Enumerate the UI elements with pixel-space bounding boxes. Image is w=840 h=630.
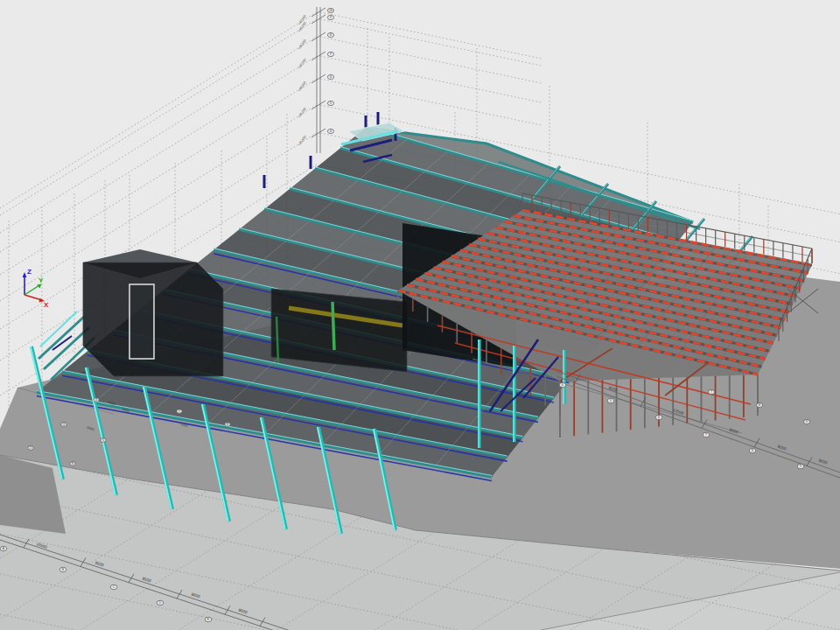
grid-bubble: 9 [803, 419, 809, 424]
grid-bubble: D [157, 600, 164, 605]
grid-bubble-label: 8 [330, 33, 332, 37]
grid-bubble: 9 [327, 15, 333, 19]
elevation-tick [312, 32, 326, 41]
grid-line-horizontal [320, 56, 542, 102]
elevation-label: +25.000 [298, 107, 307, 118]
orientation-triad: Z Y X [23, 268, 49, 309]
elevation-tick [312, 101, 326, 109]
grid-bubble: 9 [797, 464, 804, 468]
grid-bubble-label: 9 [806, 420, 808, 424]
grid-bubble: 7 [703, 432, 710, 437]
grid-bubble-label: 5 [610, 399, 612, 402]
grid-bubble-label: 3 [63, 423, 65, 426]
green-column [332, 302, 334, 350]
grid-bubble-label: 7 [178, 410, 180, 413]
grid-line-horizontal [320, 79, 542, 125]
grid-bubble: 8 [327, 32, 333, 37]
grid-bubble-label: 4 [95, 398, 97, 402]
grid-bubble: 10 [327, 8, 333, 12]
grid-bubble-label: 8 [759, 403, 760, 407]
grid-bubble-label: 5 [102, 438, 104, 442]
elevation-label: +21.500 [298, 135, 307, 146]
grid-bubble: 5 [101, 438, 106, 443]
y-axis-label: Y [38, 276, 44, 284]
grid-bubble-label: 5 [330, 102, 332, 105]
grid-bubble: E [205, 617, 212, 621]
grid-bubble-label: 2 [30, 446, 32, 450]
grid-bubble: 5 [607, 398, 614, 402]
grid-bubble-label: 9 [330, 16, 332, 19]
grid-bubble: C [110, 584, 117, 589]
grid-bubble-label: 4 [562, 383, 564, 387]
grid-bubble: 8 [749, 448, 756, 452]
glass-box-center [271, 289, 407, 372]
grid-line-horizontal [320, 37, 542, 83]
grid-bubble: 6 [655, 415, 662, 419]
elevation-tick [312, 8, 326, 17]
grid-bubble: 8 [756, 402, 762, 407]
z-axis-label: Z [27, 268, 32, 276]
elevation-label: +35.500 [298, 38, 307, 50]
grid-bubble: 8 [225, 423, 230, 427]
grid-line-diagonal [0, 19, 317, 215]
grid-bubble-label: 6 [72, 462, 74, 466]
grid-bubble-label: 8 [752, 449, 753, 452]
x-axis-label: X [44, 301, 49, 309]
grid-bubble: 5 [327, 101, 333, 105]
grid-bubble-label: 9 [800, 465, 802, 468]
grid-bubble-label: 4 [330, 130, 332, 133]
model-scene-canvas[interactable]: +42.50010+39.0009+35.5008+32.0007+28.500… [0, 0, 840, 630]
grid-bubble: 4 [327, 129, 333, 133]
grid-bubble: 4 [94, 398, 99, 402]
grid-line-horizontal [320, 19, 542, 66]
elevation-label: +28.500 [298, 80, 307, 92]
grid-bubble: A [0, 546, 7, 550]
z-axis-arrow [23, 272, 27, 277]
grid-bubble: 3 [61, 423, 66, 427]
elevation-tick [312, 74, 326, 83]
grid-bubble-label: 6 [658, 416, 660, 419]
grid-bubble-label: 7 [705, 433, 707, 437]
grid-bubble: 6 [70, 462, 75, 466]
grid-bubble: B [60, 567, 66, 571]
y-axis-line [24, 285, 39, 295]
grid-bubble: 4 [559, 382, 566, 387]
grid-bubble-label: 8 [227, 423, 228, 426]
x-axis-line [24, 295, 42, 300]
elevation-axis: +42.50010+39.0009+35.5008+32.0007+28.500… [298, 7, 334, 153]
grid-bubble: 2 [28, 446, 33, 451]
grid-bubble: 7 [708, 389, 714, 394]
model-viewport[interactable]: +42.50010+39.0009+35.5008+32.0007+28.500… [0, 0, 840, 630]
grid-bubble: 6 [327, 74, 333, 79]
elevation-tick [312, 52, 326, 60]
grid-bubble: 7 [327, 52, 333, 56]
grid-bubble-label: 7 [330, 52, 332, 56]
grid-bubble: 7 [177, 410, 182, 414]
grid-bubble-label: 6 [330, 75, 332, 79]
grid-bubble-label: 10 [329, 9, 332, 12]
elevation-label: +32.000 [298, 58, 307, 69]
grid-line-diagonal [0, 12, 317, 208]
door-frame [130, 284, 154, 359]
elevation-tick [312, 15, 326, 24]
elevation-tick [312, 129, 326, 137]
grid-line-horizontal [320, 12, 542, 59]
grid-bubble-label: 7 [710, 390, 712, 394]
